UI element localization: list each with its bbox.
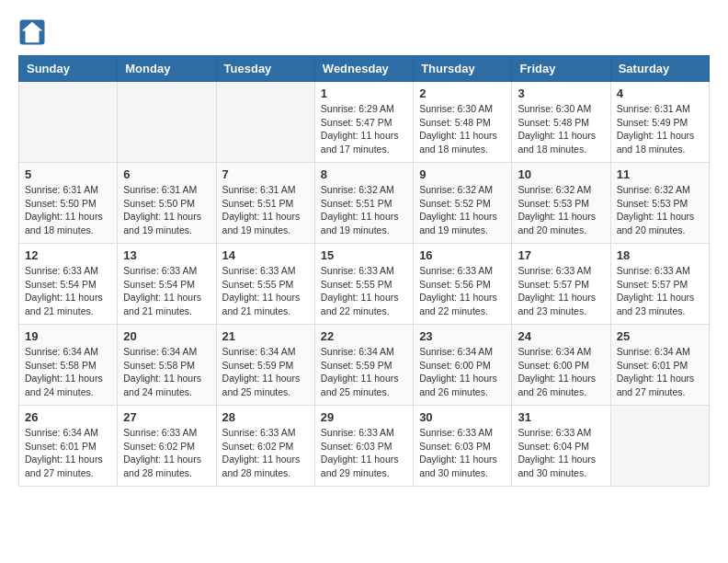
- logo-icon: [18, 18, 46, 46]
- calendar-cell: 8Sunrise: 6:32 AM Sunset: 5:51 PM Daylig…: [314, 163, 413, 244]
- calendar-cell: 9Sunrise: 6:32 AM Sunset: 5:52 PM Daylig…: [414, 163, 512, 244]
- day-number: 19: [25, 329, 111, 343]
- day-info: Sunrise: 6:33 AM Sunset: 5:54 PM Dayligh…: [123, 264, 210, 318]
- calendar-cell: 10Sunrise: 6:32 AM Sunset: 5:53 PM Dayli…: [512, 163, 610, 244]
- calendar-cell: 28Sunrise: 6:33 AM Sunset: 6:02 PM Dayli…: [216, 406, 314, 487]
- calendar-cell: 26Sunrise: 6:34 AM Sunset: 6:01 PM Dayli…: [19, 406, 118, 487]
- calendar-header-row: SundayMondayTuesdayWednesdayThursdayFrid…: [19, 56, 710, 82]
- day-number: 8: [321, 167, 407, 181]
- calendar-cell: 13Sunrise: 6:33 AM Sunset: 5:54 PM Dayli…: [118, 244, 216, 325]
- column-header-saturday: Saturday: [610, 56, 709, 82]
- calendar-cell: 17Sunrise: 6:33 AM Sunset: 5:57 PM Dayli…: [512, 244, 610, 325]
- day-number: 4: [617, 86, 703, 100]
- calendar-cell: [19, 82, 118, 163]
- calendar-cell: 12Sunrise: 6:33 AM Sunset: 5:54 PM Dayli…: [19, 244, 118, 325]
- day-number: 21: [222, 329, 309, 343]
- calendar-cell: 1Sunrise: 6:29 AM Sunset: 5:47 PM Daylig…: [314, 82, 413, 163]
- calendar-cell: 31Sunrise: 6:33 AM Sunset: 6:04 PM Dayli…: [512, 406, 610, 487]
- calendar-cell: 5Sunrise: 6:31 AM Sunset: 5:50 PM Daylig…: [19, 163, 118, 244]
- column-header-tuesday: Tuesday: [216, 56, 314, 82]
- day-info: Sunrise: 6:30 AM Sunset: 5:48 PM Dayligh…: [419, 102, 506, 156]
- day-info: Sunrise: 6:33 AM Sunset: 5:57 PM Dayligh…: [617, 264, 703, 318]
- column-header-sunday: Sunday: [19, 56, 118, 82]
- calendar-cell: 16Sunrise: 6:33 AM Sunset: 5:56 PM Dayli…: [414, 244, 512, 325]
- week-row-1: 1Sunrise: 6:29 AM Sunset: 5:47 PM Daylig…: [19, 82, 710, 163]
- day-info: Sunrise: 6:34 AM Sunset: 6:00 PM Dayligh…: [419, 345, 506, 399]
- day-number: 22: [321, 329, 407, 343]
- day-number: 5: [25, 167, 111, 181]
- week-row-3: 12Sunrise: 6:33 AM Sunset: 5:54 PM Dayli…: [19, 244, 710, 325]
- day-number: 24: [518, 329, 604, 343]
- day-info: Sunrise: 6:34 AM Sunset: 5:58 PM Dayligh…: [25, 345, 111, 399]
- calendar-cell: 20Sunrise: 6:34 AM Sunset: 5:58 PM Dayli…: [118, 325, 216, 406]
- column-header-thursday: Thursday: [414, 56, 512, 82]
- calendar-table: SundayMondayTuesdayWednesdayThursdayFrid…: [18, 55, 710, 487]
- day-number: 15: [321, 248, 407, 262]
- calendar-cell: 6Sunrise: 6:31 AM Sunset: 5:50 PM Daylig…: [118, 163, 216, 244]
- calendar-cell: 24Sunrise: 6:34 AM Sunset: 6:00 PM Dayli…: [512, 325, 610, 406]
- day-info: Sunrise: 6:33 AM Sunset: 5:57 PM Dayligh…: [518, 264, 604, 318]
- day-info: Sunrise: 6:34 AM Sunset: 6:00 PM Dayligh…: [518, 345, 604, 399]
- calendar-cell: [610, 406, 709, 487]
- day-info: Sunrise: 6:32 AM Sunset: 5:52 PM Dayligh…: [419, 183, 506, 237]
- calendar-cell: 19Sunrise: 6:34 AM Sunset: 5:58 PM Dayli…: [19, 325, 118, 406]
- day-number: 30: [419, 410, 506, 424]
- calendar-cell: 11Sunrise: 6:32 AM Sunset: 5:53 PM Dayli…: [610, 163, 709, 244]
- day-number: 11: [617, 167, 703, 181]
- day-number: 12: [25, 248, 111, 262]
- day-info: Sunrise: 6:34 AM Sunset: 6:01 PM Dayligh…: [617, 345, 703, 399]
- day-number: 2: [419, 86, 506, 100]
- column-header-friday: Friday: [512, 56, 610, 82]
- calendar-cell: 15Sunrise: 6:33 AM Sunset: 5:55 PM Dayli…: [314, 244, 413, 325]
- day-info: Sunrise: 6:33 AM Sunset: 6:02 PM Dayligh…: [222, 426, 309, 480]
- day-info: Sunrise: 6:32 AM Sunset: 5:53 PM Dayligh…: [617, 183, 703, 237]
- day-number: 9: [419, 167, 506, 181]
- day-number: 28: [222, 410, 309, 424]
- day-number: 18: [617, 248, 703, 262]
- day-number: 31: [518, 410, 604, 424]
- day-info: Sunrise: 6:33 AM Sunset: 6:04 PM Dayligh…: [518, 426, 604, 480]
- day-info: Sunrise: 6:32 AM Sunset: 5:53 PM Dayligh…: [518, 183, 604, 237]
- calendar-cell: 22Sunrise: 6:34 AM Sunset: 5:59 PM Dayli…: [314, 325, 413, 406]
- calendar-cell: 21Sunrise: 6:34 AM Sunset: 5:59 PM Dayli…: [216, 325, 314, 406]
- day-number: 10: [518, 167, 604, 181]
- day-number: 26: [25, 410, 111, 424]
- day-number: 16: [419, 248, 506, 262]
- day-number: 29: [321, 410, 407, 424]
- day-number: 20: [123, 329, 210, 343]
- calendar-cell: 25Sunrise: 6:34 AM Sunset: 6:01 PM Dayli…: [610, 325, 709, 406]
- day-info: Sunrise: 6:31 AM Sunset: 5:51 PM Dayligh…: [222, 183, 309, 237]
- calendar-cell: 14Sunrise: 6:33 AM Sunset: 5:55 PM Dayli…: [216, 244, 314, 325]
- calendar-cell: 27Sunrise: 6:33 AM Sunset: 6:02 PM Dayli…: [118, 406, 216, 487]
- column-header-wednesday: Wednesday: [314, 56, 413, 82]
- calendar-cell: 3Sunrise: 6:30 AM Sunset: 5:48 PM Daylig…: [512, 82, 610, 163]
- day-info: Sunrise: 6:33 AM Sunset: 5:56 PM Dayligh…: [419, 264, 506, 318]
- calendar-cell: 2Sunrise: 6:30 AM Sunset: 5:48 PM Daylig…: [414, 82, 512, 163]
- day-info: Sunrise: 6:33 AM Sunset: 6:03 PM Dayligh…: [321, 426, 407, 480]
- calendar-cell: 7Sunrise: 6:31 AM Sunset: 5:51 PM Daylig…: [216, 163, 314, 244]
- day-info: Sunrise: 6:31 AM Sunset: 5:49 PM Dayligh…: [617, 102, 703, 156]
- day-info: Sunrise: 6:33 AM Sunset: 5:55 PM Dayligh…: [321, 264, 407, 318]
- day-info: Sunrise: 6:34 AM Sunset: 5:59 PM Dayligh…: [321, 345, 407, 399]
- day-number: 1: [321, 86, 407, 100]
- calendar-cell: [216, 82, 314, 163]
- day-info: Sunrise: 6:32 AM Sunset: 5:51 PM Dayligh…: [321, 183, 407, 237]
- day-info: Sunrise: 6:31 AM Sunset: 5:50 PM Dayligh…: [123, 183, 210, 237]
- day-info: Sunrise: 6:34 AM Sunset: 5:58 PM Dayligh…: [123, 345, 210, 399]
- day-info: Sunrise: 6:34 AM Sunset: 5:59 PM Dayligh…: [222, 345, 309, 399]
- logo: [18, 18, 50, 46]
- day-info: Sunrise: 6:33 AM Sunset: 5:54 PM Dayligh…: [25, 264, 111, 318]
- calendar-cell: [118, 82, 216, 163]
- day-number: 25: [617, 329, 703, 343]
- day-info: Sunrise: 6:34 AM Sunset: 6:01 PM Dayligh…: [25, 426, 111, 480]
- day-number: 23: [419, 329, 506, 343]
- day-number: 6: [123, 167, 210, 181]
- day-info: Sunrise: 6:30 AM Sunset: 5:48 PM Dayligh…: [518, 102, 604, 156]
- page-header: [18, 18, 710, 46]
- day-info: Sunrise: 6:33 AM Sunset: 6:03 PM Dayligh…: [419, 426, 506, 480]
- day-info: Sunrise: 6:33 AM Sunset: 6:02 PM Dayligh…: [123, 426, 210, 480]
- column-header-monday: Monday: [118, 56, 216, 82]
- day-number: 13: [123, 248, 210, 262]
- calendar-cell: 30Sunrise: 6:33 AM Sunset: 6:03 PM Dayli…: [414, 406, 512, 487]
- calendar-cell: 29Sunrise: 6:33 AM Sunset: 6:03 PM Dayli…: [314, 406, 413, 487]
